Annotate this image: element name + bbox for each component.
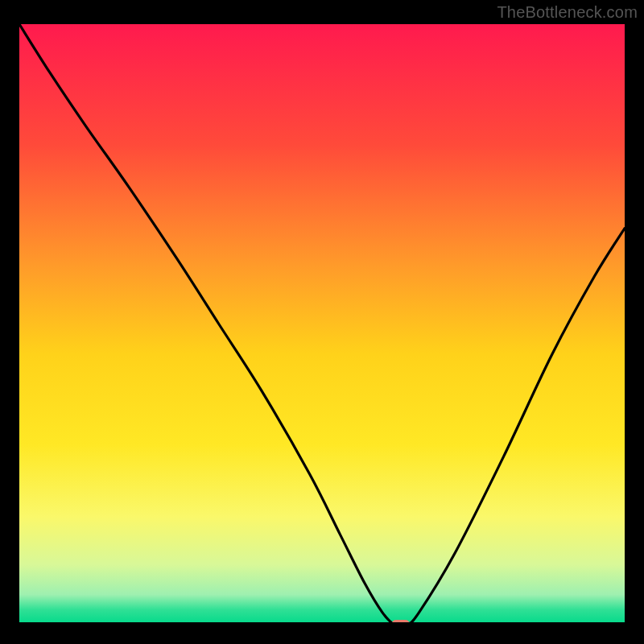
bottleneck-chart (19, 24, 625, 625)
gradient-background (19, 24, 625, 625)
plot-area (19, 24, 625, 625)
watermark-text: TheBottleneck.com (497, 3, 638, 22)
chart-container: TheBottleneck.com (0, 0, 644, 644)
